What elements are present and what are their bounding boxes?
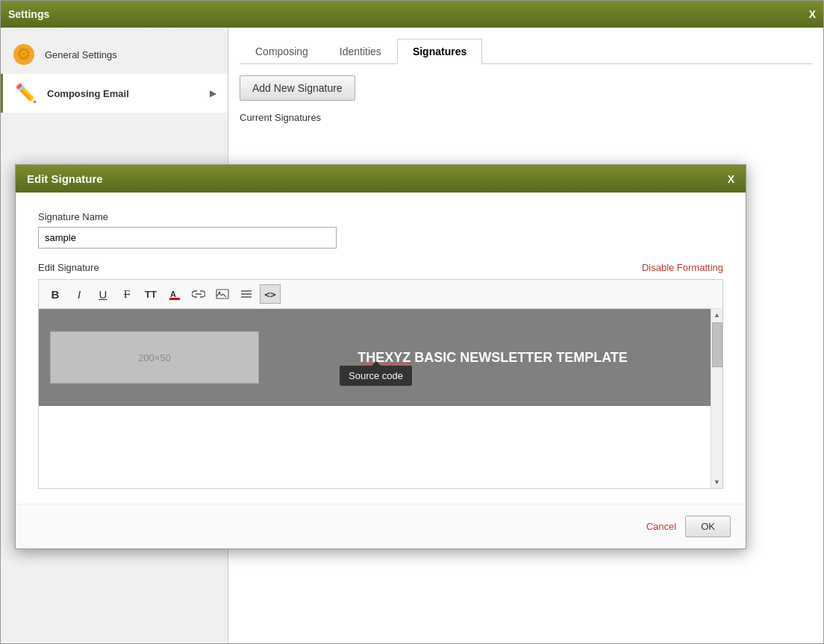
insert-link-icon xyxy=(192,289,205,299)
add-new-signature-button[interactable]: Add New Signature xyxy=(240,75,355,101)
modal-footer: Cancel OK xyxy=(16,504,746,548)
font-color-icon: A xyxy=(169,288,181,300)
scrollbar-thumb[interactable] xyxy=(712,322,722,367)
edit-sig-label: Edit Signature xyxy=(38,262,99,273)
ok-button[interactable]: OK xyxy=(685,516,731,537)
toolbar-strikethrough-button[interactable]: F xyxy=(116,284,137,304)
gear-icon xyxy=(12,43,36,66)
editor-toolbar: B I U F TT A xyxy=(39,280,722,309)
tab-signatures[interactable]: Signatures xyxy=(397,39,482,64)
disable-formatting-link[interactable]: Disable Formatting xyxy=(642,262,723,273)
insert-image-icon xyxy=(216,289,229,299)
scroll-up-arrow[interactable]: ▲ xyxy=(711,309,723,321)
toolbar-alignment-button[interactable] xyxy=(236,284,257,304)
toolbar-italic-button[interactable]: I xyxy=(69,284,90,304)
tabs-bar: Composing Identities Signatures xyxy=(240,39,812,64)
cancel-button[interactable]: Cancel xyxy=(646,521,676,532)
settings-titlebar: Settings X xyxy=(1,1,823,28)
modal-titlebar: Edit Signature X xyxy=(16,165,746,193)
editor-dark-section: 200×50 THEXYZ BASIC NEWSLETTER TEMPLATE xyxy=(39,309,722,406)
edit-signature-dialog: Edit Signature X Signature Name Edit Sig… xyxy=(15,164,746,549)
scroll-down-arrow[interactable]: ▼ xyxy=(711,476,723,488)
sidebar-composing-email-label: Composing Email xyxy=(47,88,201,99)
toolbar-fontsize-button[interactable]: TT xyxy=(140,284,161,304)
sidebar-item-general-settings[interactable]: General Settings xyxy=(1,35,228,74)
modal-body: Signature Name Edit Signature Disable Fo… xyxy=(16,193,746,504)
svg-text:A: A xyxy=(170,290,176,298)
toolbar-bold-button[interactable]: B xyxy=(45,284,66,304)
settings-close-button[interactable]: X xyxy=(809,8,816,20)
sidebar-general-settings-label: General Settings xyxy=(45,49,216,60)
image-placeholder: 200×50 xyxy=(50,331,259,384)
tab-composing[interactable]: Composing xyxy=(240,39,324,63)
editor-scrollbar[interactable]: ▲ ▼ xyxy=(711,309,722,488)
toolbar-sourcecode-button[interactable]: <> xyxy=(260,284,281,304)
toolbar-underline-button[interactable]: U xyxy=(93,284,113,304)
toolbar-link-button[interactable] xyxy=(188,284,209,304)
settings-title: Settings xyxy=(8,8,49,20)
source-code-tooltip: Source code xyxy=(340,366,412,386)
editor-content-area[interactable]: 200×50 THEXYZ BASIC NEWSLETTER TEMPLATE … xyxy=(39,309,722,488)
tab-identities[interactable]: Identities xyxy=(324,39,397,63)
editor-white-section[interactable] xyxy=(39,406,722,488)
toolbar-fontcolor-button[interactable]: A xyxy=(164,284,185,304)
newsletter-text: THEXYZ BASIC NEWSLETTER TEMPLATE xyxy=(274,350,711,366)
sig-name-input[interactable] xyxy=(38,227,337,248)
alignment-icon xyxy=(240,289,252,299)
modal-close-button[interactable]: X xyxy=(728,173,734,185)
sidebar-item-composing-email[interactable]: ✏️ Composing Email ▶ xyxy=(1,74,228,113)
toolbar-image-button[interactable] xyxy=(212,284,233,304)
pencil-icon: ✏️ xyxy=(14,81,38,105)
sig-name-label: Signature Name xyxy=(38,211,723,222)
modal-title: Edit Signature xyxy=(27,172,103,185)
chevron-right-icon: ▶ xyxy=(210,88,216,99)
current-signatures-label: Current Signatures xyxy=(240,112,812,123)
edit-sig-header: Edit Signature Disable Formatting xyxy=(38,262,723,273)
